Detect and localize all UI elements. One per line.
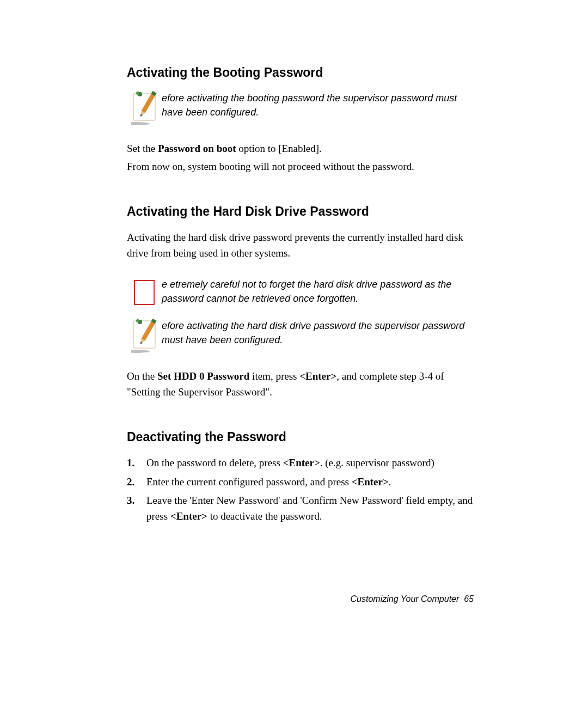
note-text: e etremely careful not to forget the har… bbox=[162, 277, 474, 306]
note-row: efore activating the booting password th… bbox=[127, 91, 474, 126]
step-number: 3. bbox=[127, 493, 146, 524]
svg-point-1 bbox=[131, 122, 150, 125]
list-item: 3. Leave the 'Enter New Password' and 'C… bbox=[127, 493, 474, 524]
text-bold: Set HDD 0 Password bbox=[157, 370, 249, 382]
page-footer: Customizing Your Computer 65 bbox=[351, 594, 474, 604]
list-item: 2. Enter the current configured password… bbox=[127, 474, 474, 490]
text-fragment: to deactivate the password. bbox=[207, 510, 322, 522]
svg-point-16 bbox=[136, 319, 139, 322]
body-text: On the Set HDD 0 Password item, press <E… bbox=[127, 369, 474, 400]
text-fragment: Set the bbox=[127, 143, 158, 154]
steps-list: 1. On the password to delete, press <Ent… bbox=[127, 455, 474, 524]
note-pencil-icon bbox=[127, 319, 162, 354]
footer-page-number: 65 bbox=[464, 594, 474, 604]
text-fragment: On the bbox=[127, 370, 157, 382]
step-text: Leave the 'Enter New Password' and 'Conf… bbox=[146, 493, 474, 524]
step-number: 1. bbox=[127, 455, 146, 471]
section-booting-password: Activating the Booting Password efore a bbox=[127, 65, 474, 174]
body-line-2: From now on, system booting will not pro… bbox=[127, 159, 474, 175]
text-fragment: item, press bbox=[249, 370, 299, 382]
step-number: 2. bbox=[127, 474, 146, 490]
text-bold: <Enter> bbox=[170, 510, 207, 522]
text-fragment: . (e.g. supervisor password) bbox=[320, 457, 434, 468]
note-row-caution: e etremely careful not to forget the har… bbox=[127, 277, 474, 308]
note-pencil-icon bbox=[127, 91, 162, 126]
body-line-1: Set the Password on boot option to [Enab… bbox=[127, 141, 474, 157]
text-bold: Password on boot bbox=[158, 143, 236, 154]
intro-text: Activating the hard disk drive password … bbox=[127, 230, 474, 261]
note-text: efore activating the booting password th… bbox=[162, 91, 474, 119]
text-bold: <Enter> bbox=[299, 370, 336, 382]
body-line: On the Set HDD 0 Password item, press <E… bbox=[127, 369, 474, 400]
text-fragment: . bbox=[389, 476, 391, 487]
text-fragment: option to [Enabled]. bbox=[236, 143, 322, 154]
body-text: Set the Password on boot option to [Enab… bbox=[127, 141, 474, 174]
footer-title: Customizing Your Computer bbox=[351, 594, 460, 604]
text-bold: <Enter> bbox=[352, 476, 389, 487]
section-hdd-password: Activating the Hard Disk Drive Password … bbox=[127, 204, 474, 400]
note-row: efore activating the hard disk drive pas… bbox=[127, 319, 474, 354]
heading-booting: Activating the Booting Password bbox=[127, 65, 474, 80]
svg-rect-8 bbox=[134, 281, 154, 304]
text-bold: <Enter> bbox=[283, 457, 320, 468]
svg-point-10 bbox=[131, 350, 150, 353]
text-fragment: On the password to delete, press bbox=[146, 457, 283, 468]
heading-hdd: Activating the Hard Disk Drive Password bbox=[127, 204, 474, 219]
text-fragment: Enter the current configured password, a… bbox=[146, 476, 352, 487]
note-text: efore activating the hard disk drive pas… bbox=[162, 319, 474, 347]
document-page: Activating the Booting Password efore a bbox=[0, 0, 588, 713]
step-text: On the password to delete, press <Enter>… bbox=[146, 455, 474, 471]
section-deactivate: Deactivating the Password 1. On the pass… bbox=[127, 430, 474, 524]
caution-box-icon bbox=[127, 277, 162, 308]
svg-point-7 bbox=[136, 92, 139, 95]
heading-deactivate: Deactivating the Password bbox=[127, 430, 474, 444]
list-item: 1. On the password to delete, press <Ent… bbox=[127, 455, 474, 471]
step-text: Enter the current configured password, a… bbox=[146, 474, 474, 490]
